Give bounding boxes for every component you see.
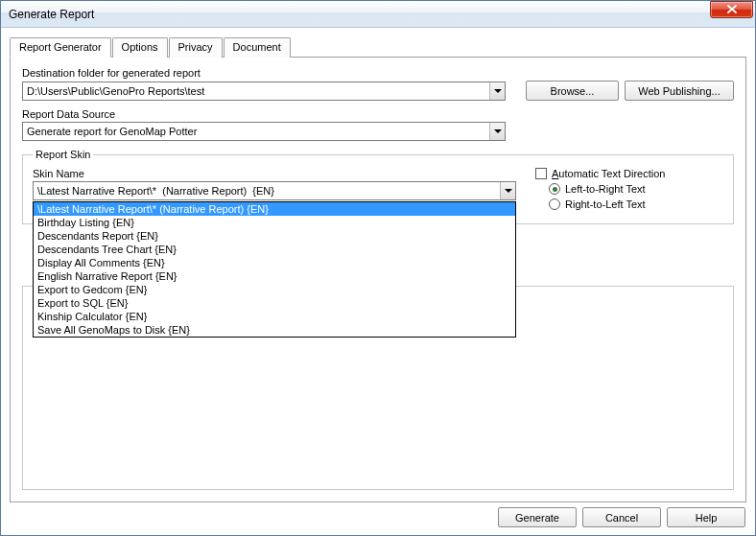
tab-panel: Destination folder for generated report … xyxy=(10,57,746,502)
skin-name-dropdown-list[interactable]: \Latest Narrative Report\* (Narrative Re… xyxy=(33,201,516,338)
destination-input[interactable] xyxy=(23,82,489,100)
report-skin-group: Report Skin Skin Name \Latest Narrative … xyxy=(22,149,734,224)
skin-option[interactable]: Display All Comments {EN} xyxy=(34,256,515,269)
data-source-input[interactable] xyxy=(23,123,489,140)
skin-option[interactable]: Save All GenoMaps to Disk {EN} xyxy=(34,323,515,337)
skin-option[interactable]: English Narrative Report {EN} xyxy=(34,269,515,283)
skin-name-drop-button[interactable] xyxy=(500,182,515,199)
ltr-radio[interactable]: Left-to-Right Text xyxy=(549,183,723,195)
data-source-drop-button[interactable] xyxy=(489,123,505,140)
auto-dir-text: utomatic Text Direction xyxy=(558,168,665,179)
skin-name-combo[interactable] xyxy=(33,181,516,200)
radio-icon xyxy=(549,183,560,195)
tab-strip: Report Generator Options Privacy Documen… xyxy=(10,36,746,57)
web-publishing-button[interactable]: Web Publishing... xyxy=(625,81,734,101)
data-source-combo[interactable] xyxy=(22,122,506,141)
skin-option[interactable]: Export to SQL {EN} xyxy=(34,296,515,310)
tab-options[interactable]: Options xyxy=(112,37,168,58)
dialog-footer: Generate Cancel Help xyxy=(498,507,745,527)
window-title: Generate Report xyxy=(9,8,710,21)
auto-direction-checkbox[interactable]: Automatic Text Direction xyxy=(535,168,723,179)
checkbox-icon xyxy=(535,168,547,179)
ltr-label: Left-to-Right Text xyxy=(565,183,646,195)
tab-privacy[interactable]: Privacy xyxy=(169,37,223,58)
skin-option[interactable]: Kinship Calculator {EN} xyxy=(34,310,515,323)
data-source-label: Report Data Source xyxy=(22,108,734,120)
skin-name-input[interactable] xyxy=(34,182,500,199)
skin-option[interactable]: Export to Gedcom {EN} xyxy=(34,283,515,296)
chevron-down-icon xyxy=(494,89,502,93)
browse-button[interactable]: Browse... xyxy=(526,81,619,101)
rtl-label: Right-to-Left Text xyxy=(565,198,646,210)
cancel-button[interactable]: Cancel xyxy=(582,507,661,527)
close-button[interactable] xyxy=(710,1,753,18)
tab-report-generator[interactable]: Report Generator xyxy=(10,37,111,58)
destination-drop-button[interactable] xyxy=(489,82,505,100)
rtl-radio[interactable]: Right-to-Left Text xyxy=(549,198,723,210)
skin-option[interactable]: \Latest Narrative Report\* (Narrative Re… xyxy=(34,202,515,216)
report-skin-legend: Report Skin xyxy=(33,149,93,160)
chevron-down-icon xyxy=(505,189,512,193)
skin-name-label: Skin Name xyxy=(33,168,516,179)
radio-icon xyxy=(549,198,560,210)
skin-option[interactable]: Birthday Listing {EN} xyxy=(34,216,515,229)
tab-document[interactable]: Document xyxy=(224,37,291,58)
skin-option[interactable]: Descendants Tree Chart {EN} xyxy=(34,243,515,256)
skin-option[interactable]: Descendants Report {EN} xyxy=(34,229,515,243)
destination-combo[interactable] xyxy=(22,82,506,101)
chevron-down-icon xyxy=(494,129,502,133)
close-icon xyxy=(727,5,737,13)
generate-button[interactable]: Generate xyxy=(498,507,577,527)
help-button[interactable]: Help xyxy=(667,507,745,527)
destination-label: Destination folder for generated report xyxy=(22,67,734,79)
title-bar: Generate Report xyxy=(1,1,755,28)
